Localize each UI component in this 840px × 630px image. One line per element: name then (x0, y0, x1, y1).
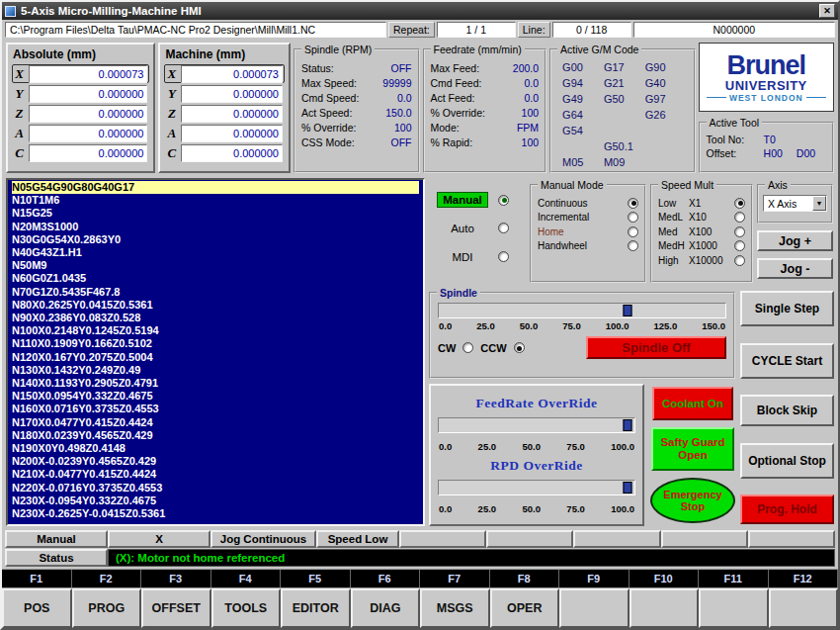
cw-radio[interactable] (462, 342, 473, 353)
axis-group: Axis X Axis ▼ (757, 184, 833, 224)
mode-option[interactable]: MDI (437, 249, 524, 265)
speed-mult-option[interactable]: Low X1 (658, 198, 745, 209)
repeat-label: Repeat: (388, 22, 435, 38)
chevron-down-icon[interactable]: ▼ (812, 196, 826, 211)
speed-mult-title: Speed Mult (658, 179, 716, 191)
info-label: Mode: (431, 122, 460, 134)
softkey-button[interactable]: OPER (490, 588, 560, 628)
radio-icon[interactable] (628, 240, 638, 251)
close-icon[interactable]: ✕ (819, 4, 835, 18)
gcode-line: N160X0.0716Y0.3735Z0.4553 (12, 403, 419, 415)
jog-plus-button[interactable]: Jog + (757, 230, 833, 251)
spindle-slider[interactable] (438, 303, 726, 318)
softkey-button[interactable]: OFFSET (141, 588, 211, 628)
manual-mode-option[interactable]: Continuous (538, 198, 638, 209)
softkey-button[interactable] (699, 588, 769, 628)
absolute-axis-row: Z 0.000000 (12, 104, 149, 123)
rpd-override-slider[interactable] (438, 480, 635, 495)
softkey-button[interactable]: MSGS (420, 588, 490, 628)
optional-stop-button[interactable]: Optional Stop (740, 443, 834, 479)
info-value: 99999 (382, 77, 411, 89)
mode-option[interactable]: Auto (437, 221, 524, 236)
radio-icon[interactable] (498, 195, 509, 206)
radio-icon[interactable] (628, 212, 638, 223)
speed-mult-option[interactable]: Med X100 (658, 226, 745, 237)
jog-minus-button[interactable]: Jog - (757, 258, 833, 279)
radio-icon[interactable] (734, 198, 745, 209)
gm-panel-title: Active G/M Code (557, 44, 641, 55)
softkey-button[interactable]: PROG (72, 588, 142, 628)
feedrate-info-panel: Feedrate (mm/min) Max Feed: 200.0 Cmd Fe… (423, 48, 547, 173)
gcode-listing[interactable]: N05G54G90G80G40G17N10T1M6N15G25N20M3S100… (6, 178, 425, 526)
absolute-position-panel: Absolute (mm) X 0.000073 Y 0.000000 Z (6, 43, 155, 173)
info-value: OFF (391, 62, 412, 74)
softkey-button[interactable]: EDITOR (281, 588, 351, 628)
main-area: N05G54G90G80G40G17N10T1M6N15G25N20M3S100… (2, 176, 838, 529)
mode-option-label: Auto (437, 221, 488, 236)
block-skip-button[interactable]: Block Skip (740, 395, 834, 426)
manual-mode-option[interactable]: Handwheel (538, 240, 638, 251)
fkey-label: F8 (490, 570, 560, 587)
feed-override-slider[interactable] (438, 417, 635, 433)
radio-icon[interactable] (628, 226, 638, 237)
manual-mode-option[interactable]: Home (538, 226, 638, 237)
status-cell: Speed Low (316, 530, 399, 548)
gm-code: G97 (645, 93, 687, 107)
prog-hold-button[interactable]: Prog. Hold (740, 495, 834, 524)
gcode-line: N180X0.0239Y0.4565Z0.429 (12, 429, 419, 442)
safety-guard-button[interactable]: Safty Guard Open (651, 427, 734, 471)
softkey-button[interactable] (559, 588, 630, 628)
manual-mode-option-label: Handwheel (538, 240, 625, 251)
coolant-on-button[interactable]: Coolant On (652, 387, 733, 420)
tool-no-value: T0 (764, 134, 776, 145)
override-panel: FeedRate OverRide 0.025.050.075.0100.0 R… (429, 384, 644, 526)
feedrate-info-title: Feedrate (mm/min) (431, 44, 525, 55)
axis-position-value: 0.000000 (181, 85, 283, 103)
softkey-button[interactable]: DIAG (351, 588, 421, 628)
ccw-radio[interactable] (514, 342, 525, 353)
rpd-override-thumb[interactable] (624, 482, 632, 494)
speed-mult-group: Speed Mult Low X1 MedL X10 (650, 184, 753, 283)
mode-option[interactable]: Manual (437, 192, 524, 208)
spindle-off-button[interactable]: Spindle Off (586, 336, 726, 359)
feed-override-thumb[interactable] (624, 419, 632, 431)
manual-mode-option-label: Home (538, 226, 625, 237)
radio-icon[interactable] (628, 198, 638, 209)
tick-label: 50.0 (522, 503, 541, 514)
radio-icon[interactable] (498, 223, 509, 233)
single-step-button[interactable]: Single Step (740, 291, 834, 326)
machine-axis-row: Y 0.000000 (164, 84, 285, 103)
radio-icon[interactable] (734, 240, 745, 251)
softkey-button[interactable] (630, 588, 700, 628)
softkey-button[interactable] (769, 588, 839, 628)
softkey-button[interactable]: TOOLS (211, 588, 282, 628)
tick-label: 125.0 (653, 320, 677, 331)
cycle-start-button[interactable]: CYCLE Start (740, 343, 834, 379)
gcode-line: N230X-0.0954Y0.332Z0.4675 (12, 495, 419, 507)
radio-icon[interactable] (734, 255, 745, 266)
spindle-slider-thumb[interactable] (624, 305, 632, 316)
info-label: % Rapid: (431, 136, 473, 148)
manual-mode-option[interactable]: Incremental (538, 212, 638, 223)
gm-code (604, 125, 645, 138)
gcode-line: N230X-0.2625Y-0.0415Z0.5361 (12, 507, 419, 520)
tick-label: 100.0 (611, 441, 634, 452)
axis-select[interactable]: X Axis ▼ (763, 195, 827, 212)
radio-icon[interactable] (734, 212, 745, 223)
gcode-line: N50M9 (12, 259, 419, 272)
speed-mult-option[interactable]: MedL X10 (658, 212, 745, 223)
spindle-info-row: % Override: 100 (301, 122, 412, 134)
radio-icon[interactable] (734, 226, 745, 237)
softkey-button[interactable]: POS (2, 588, 72, 628)
brunel-logo: Brunel UNIVERSITY WEST LONDON (699, 43, 834, 112)
fkey-label: F10 (630, 570, 700, 587)
fkey-label: F5 (281, 570, 351, 587)
radio-icon[interactable] (498, 251, 509, 262)
emergency-stop-button[interactable]: Emergency Stop (650, 478, 735, 523)
speed-mult-option[interactable]: High X10000 (658, 255, 745, 266)
speed-mult-option[interactable]: MedH X1000 (658, 240, 745, 251)
info-label: Status: (301, 62, 334, 74)
control-panel: Manual Auto MDI (429, 178, 834, 526)
feedrate-info-row: Act Feed: 0.0 (431, 92, 540, 104)
axis-letter: X (166, 66, 177, 82)
